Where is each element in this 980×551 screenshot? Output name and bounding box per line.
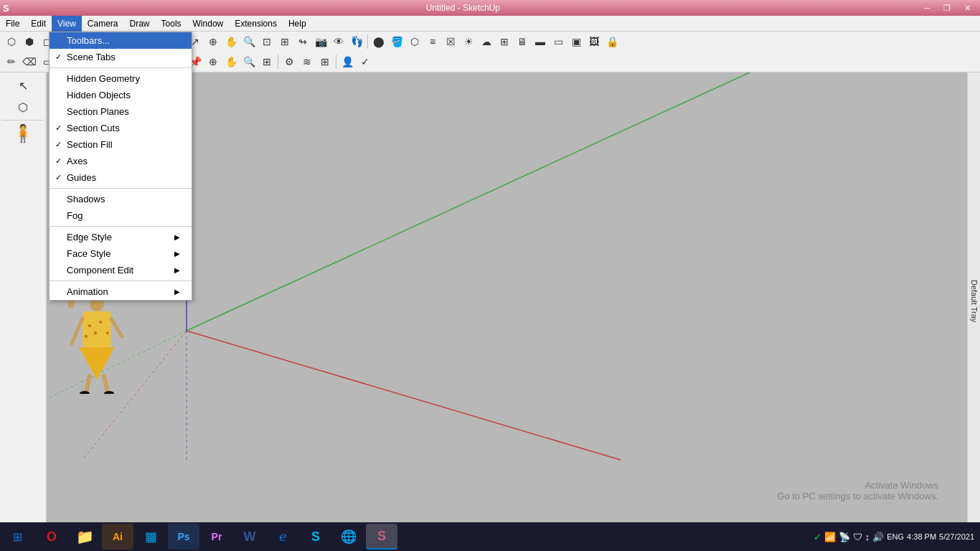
tb-camera-icon[interactable]: 📷: [312, 33, 329, 50]
menu-entry-section-fill[interactable]: ✓ Section Fill: [50, 136, 192, 153]
menu-tools[interactable]: Tools: [156, 16, 187, 32]
tb-walkthrough-icon[interactable]: ↬: [294, 33, 311, 50]
tb-monitor-icon[interactable]: 🖥: [514, 33, 531, 50]
menu-entry-axes[interactable]: ✓ Axes: [50, 153, 192, 169]
tb-panel3-icon[interactable]: ▣: [567, 33, 585, 50]
menu-entry-section-planes[interactable]: Section Planes: [50, 103, 192, 120]
menu-entry-face-style[interactable]: Face Style ▶: [50, 245, 192, 262]
tb2-orbit2-icon[interactable]: ⊕: [204, 53, 222, 70]
svg-line-10: [86, 376, 90, 392]
select-tool-icon[interactable]: ↖: [13, 75, 33, 95]
menu-label-section-planes: Section Planes: [67, 106, 180, 117]
tb2-pencil-icon[interactable]: ✏: [3, 53, 20, 70]
menu-entry-toolbars[interactable]: Toolbars...: [50, 32, 192, 49]
tb-orbit-icon[interactable]: ⊕: [204, 33, 222, 50]
tb-panel-icon[interactable]: ▬: [532, 33, 549, 50]
view-dropdown-menu: Toolbars... ✓ Scene Tabs Hidden Geometry…: [49, 32, 192, 301]
taskbar-chrome[interactable]: 🌐: [333, 524, 364, 550]
menu-label-component-edit: Component Edit: [67, 265, 174, 276]
human-figure-icon[interactable]: 🧍: [13, 123, 33, 143]
menu-entry-section-cuts[interactable]: ✓ Section Cuts: [50, 120, 192, 136]
tb-eye-icon[interactable]: 👁: [330, 33, 347, 50]
menu-entry-component-edit[interactable]: Component Edit ▶: [50, 262, 192, 278]
tb2-eraser-icon[interactable]: ⌫: [21, 53, 38, 70]
tb-zoomextents-icon[interactable]: ⊞: [276, 33, 293, 50]
menu-view[interactable]: View: [52, 16, 82, 32]
menu-check-axes: ✓: [55, 156, 67, 166]
tb-cloud-icon[interactable]: ☁: [478, 33, 495, 50]
menu-label-scene-tabs: Scene Tabs: [67, 52, 180, 62]
svg-line-14: [72, 319, 83, 344]
tb-circle2-icon[interactable]: ⬤: [370, 33, 387, 50]
menu-separator: [50, 226, 192, 227]
systray-volume-icon: 🔊: [872, 532, 884, 542]
tb-zoomwindow-icon[interactable]: ⊡: [258, 33, 275, 50]
tb2-person-icon[interactable]: 👤: [339, 53, 356, 70]
taskbar-edge[interactable]: ℯ: [267, 524, 298, 550]
tb2-zoom2-icon[interactable]: 🔍: [240, 53, 258, 70]
svg-marker-8: [79, 347, 115, 380]
default-tray[interactable]: Default Tray: [967, 72, 980, 530]
taskbar-skype[interactable]: S: [300, 524, 331, 550]
tb-sun-icon[interactable]: ☀: [460, 33, 477, 50]
menu-entry-hidden-geometry[interactable]: Hidden Geometry: [50, 70, 192, 87]
separator-2: [367, 34, 368, 49]
tb-hand-icon[interactable]: ✋: [222, 33, 240, 50]
minimize-button[interactable]: ─: [917, 0, 937, 16]
tb-image-icon[interactable]: 🖼: [585, 33, 603, 50]
menu-help[interactable]: Help: [283, 16, 312, 32]
tb-feet-icon[interactable]: 👣: [348, 33, 365, 50]
tb-search-icon[interactable]: 🔍: [240, 33, 258, 50]
taskbar-pr[interactable]: Pr: [201, 524, 232, 550]
menu-window[interactable]: Window: [187, 16, 230, 32]
maximize-button[interactable]: ❐: [937, 0, 957, 16]
menu-entry-hidden-objects[interactable]: Hidden Objects: [50, 87, 192, 103]
taskbar-opera[interactable]: O: [36, 524, 67, 550]
menu-entry-scene-tabs[interactable]: ✓ Scene Tabs: [50, 49, 192, 65]
menu-arrow-component-edit: ▶: [174, 266, 180, 274]
tb-bucket-icon[interactable]: 🪣: [388, 33, 405, 50]
tb-shape-2-icon[interactable]: ⬢: [21, 33, 38, 50]
taskbar-ps[interactable]: Ps: [168, 524, 199, 550]
menu-edit[interactable]: Edit: [25, 16, 52, 32]
svg-line-15: [111, 319, 122, 336]
menu-label-animation: Animation: [67, 286, 174, 297]
menu-entry-shadows[interactable]: Shadows: [50, 191, 192, 207]
tb2-layers2-icon[interactable]: ≋: [298, 53, 316, 70]
taskbar-ai[interactable]: Ai: [102, 524, 133, 550]
svg-line-11: [104, 376, 108, 392]
tb-xray-icon[interactable]: ☒: [442, 33, 459, 50]
menu-entry-guides[interactable]: ✓ Guides: [50, 169, 192, 186]
start-button[interactable]: ⊞: [3, 524, 32, 550]
taskbar-sketchup[interactable]: S: [366, 524, 397, 550]
menu-entry-fog[interactable]: Fog: [50, 207, 192, 224]
taskbar-ms[interactable]: ▦: [135, 524, 166, 550]
tb2-zoom3-icon[interactable]: ⊞: [258, 53, 275, 70]
tb2-grid2-icon[interactable]: ⊞: [316, 53, 334, 70]
close-button[interactable]: ✕: [957, 0, 977, 16]
taskbar-apps: O 📁 Ai ▦ Ps Pr W ℯ S 🌐 S: [36, 524, 397, 550]
menu-label-shadows: Shadows: [67, 194, 180, 204]
tb-components-icon[interactable]: ⬡: [406, 33, 423, 50]
tb2-gear-icon[interactable]: ⚙: [281, 53, 298, 70]
menu-file[interactable]: File: [0, 16, 25, 32]
menu-label-hidden-objects: Hidden Objects: [67, 90, 180, 100]
tb-panel2-icon[interactable]: ▭: [550, 33, 567, 50]
svg-point-16: [88, 324, 91, 327]
component-tool-icon[interactable]: ⬡: [13, 97, 33, 117]
tb-shape-1-icon[interactable]: ⬡: [3, 33, 20, 50]
taskbar-explorer[interactable]: 📁: [69, 524, 100, 550]
menu-entry-animation[interactable]: Animation ▶: [50, 283, 192, 300]
titlebar-left: S: [3, 3, 9, 14]
tb2-check-icon[interactable]: ✓: [357, 53, 374, 70]
menu-separator: [50, 67, 192, 68]
menu-draw[interactable]: Draw: [124, 16, 156, 32]
tb-grid-icon[interactable]: ⊞: [496, 33, 513, 50]
tb2-hand2-icon[interactable]: ✋: [222, 53, 240, 70]
menu-entry-edge-style[interactable]: Edge Style ▶: [50, 229, 192, 245]
menu-extensions[interactable]: Extensions: [229, 16, 283, 32]
menu-camera[interactable]: Camera: [82, 16, 124, 32]
tb-layers-icon[interactable]: ≡: [424, 33, 441, 50]
taskbar-word[interactable]: W: [234, 524, 265, 550]
tb-lock-icon[interactable]: 🔒: [603, 33, 621, 50]
